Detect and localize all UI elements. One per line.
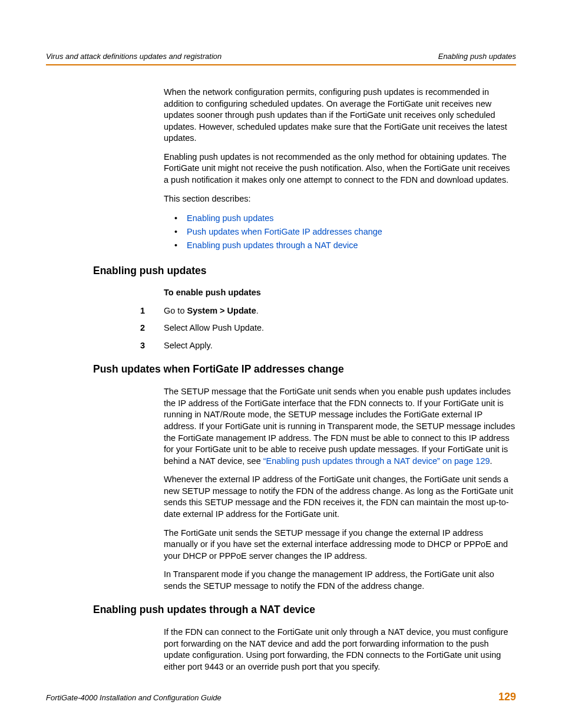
step-number: 2 bbox=[140, 322, 164, 334]
heading-push-updates-nat: Enabling push updates through a NAT devi… bbox=[93, 604, 516, 616]
header-left: Virus and attack definitions updates and… bbox=[46, 52, 222, 61]
sec2-paragraph-2: Whenever the external IP address of the … bbox=[164, 474, 516, 520]
page-number: 129 bbox=[498, 691, 516, 703]
header-right: Enabling push updates bbox=[438, 52, 516, 61]
step-number: 1 bbox=[140, 305, 164, 317]
page-header: Virus and attack definitions updates and… bbox=[46, 52, 516, 65]
sec2-paragraph-1: The SETUP message that the FortiGate uni… bbox=[164, 386, 516, 467]
heading-push-updates-ip-change: Push updates when FortiGate IP addresses… bbox=[93, 363, 516, 375]
step-text: Select Allow Push Update. bbox=[164, 322, 516, 334]
heading-enabling-push-updates: Enabling push updates bbox=[93, 265, 516, 277]
toc-link-push-updates-ip-change[interactable]: Push updates when FortiGate IP addresses… bbox=[187, 227, 382, 236]
intro-paragraph-3: This section describes: bbox=[164, 193, 516, 205]
page-footer: FortiGate-4000 Installation and Configur… bbox=[46, 691, 516, 703]
sec2-paragraph-4: In Transparent mode if you change the ma… bbox=[164, 569, 516, 592]
toc-link-push-updates-nat[interactable]: Enabling push updates through a NAT devi… bbox=[187, 241, 358, 250]
step-text: Go to System > Update. bbox=[164, 305, 516, 317]
step-number: 3 bbox=[140, 340, 164, 352]
steps-list: 1 Go to System > Update. 2 Select Allow … bbox=[140, 305, 516, 352]
intro-paragraph-1: When the network configuration permits, … bbox=[164, 87, 516, 144]
section-toc: Enabling push updates Push updates when … bbox=[174, 212, 516, 253]
subheading-to-enable-push-updates: To enable push updates bbox=[164, 288, 516, 297]
intro-paragraph-2: Enabling push updates is not recommended… bbox=[164, 151, 516, 186]
sec2-paragraph-3: The FortiGate unit sends the SETUP messa… bbox=[164, 528, 516, 562]
sec3-paragraph-1: If the FDN can connect to the FortiGate … bbox=[164, 627, 516, 673]
footer-title: FortiGate-4000 Installation and Configur… bbox=[46, 693, 222, 702]
toc-link-enabling-push-updates[interactable]: Enabling push updates bbox=[187, 213, 274, 223]
step-text: Select Apply. bbox=[164, 340, 516, 352]
link-enabling-push-updates-nat-ref[interactable]: “Enabling push updates through a NAT dev… bbox=[263, 456, 490, 466]
